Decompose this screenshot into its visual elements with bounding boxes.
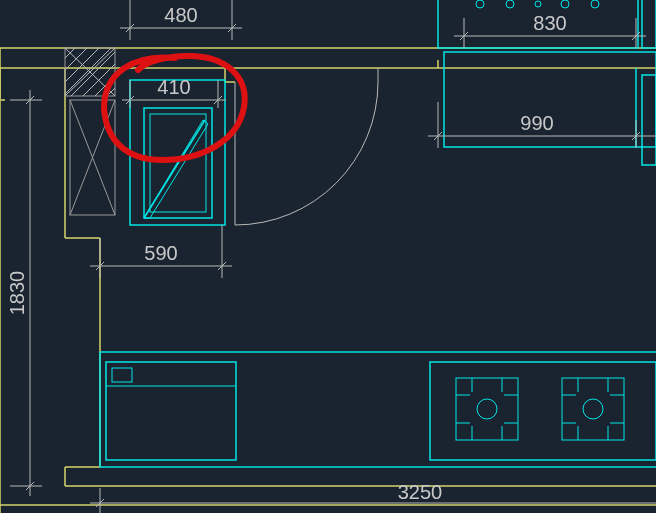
- svg-point-40: [561, 0, 569, 8]
- svg-point-38: [476, 0, 484, 8]
- door-swing: [235, 68, 378, 225]
- wall-cabinet-right: [444, 52, 656, 165]
- svg-point-65: [583, 399, 603, 419]
- dim-410: 410: [122, 76, 226, 108]
- dim-590: 590: [90, 225, 232, 278]
- svg-point-55: [477, 399, 497, 419]
- dim-990-text: 990: [520, 112, 553, 134]
- svg-rect-46: [642, 75, 656, 165]
- svg-point-39: [506, 0, 514, 8]
- dim-1830-text: 1830: [6, 271, 28, 316]
- dim-480-text: 480: [164, 4, 197, 26]
- dim-1830: 1830: [6, 90, 42, 496]
- dim-3250-text: 3250: [398, 481, 443, 503]
- dim-480: 480: [120, 0, 242, 40]
- symbol-box: [70, 100, 115, 215]
- dim-830: 830: [454, 12, 646, 48]
- counter: [100, 352, 656, 467]
- svg-point-41: [591, 0, 599, 8]
- dim-990: 990: [428, 102, 656, 148]
- burner-left: [456, 378, 518, 440]
- svg-rect-64: [562, 378, 624, 440]
- dim-830-text: 830: [533, 12, 566, 34]
- svg-rect-53: [430, 362, 656, 460]
- burner-right: [562, 378, 624, 440]
- svg-rect-50: [106, 362, 236, 460]
- fridge: [130, 80, 225, 225]
- dim-410-text: 410: [157, 76, 190, 98]
- svg-point-42: [535, 1, 541, 7]
- svg-rect-43: [642, 0, 656, 48]
- svg-rect-54: [456, 378, 518, 440]
- cad-viewport: 480 410 590 1830 830: [0, 0, 656, 513]
- svg-rect-51: [112, 368, 132, 382]
- walls: [0, 48, 656, 513]
- dim-590-text: 590: [144, 242, 177, 264]
